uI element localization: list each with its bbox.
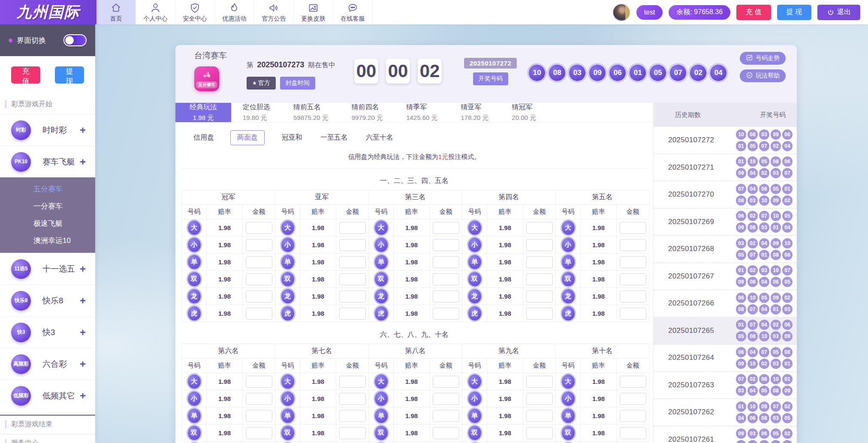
bet-option-badge[interactable]: 小 — [562, 392, 575, 406]
amount-input[interactable] — [246, 222, 272, 234]
sidebar-item-game[interactable]: PK10赛车飞艇+ — [0, 146, 95, 177]
bet-option-badge[interactable]: 虎 — [188, 306, 201, 320]
bet-option-badge[interactable]: 双 — [468, 426, 481, 440]
amount-input[interactable] — [339, 393, 366, 405]
bet-option-badge[interactable]: 单 — [281, 255, 294, 269]
bet-option-badge[interactable]: 大 — [375, 374, 388, 389]
amount-input[interactable] — [339, 256, 366, 268]
bet-option-badge[interactable]: 双 — [562, 272, 575, 286]
bet-option-badge[interactable]: 单 — [375, 255, 388, 269]
play-option[interactable]: 一至五名 — [319, 131, 349, 145]
amount-input[interactable] — [620, 427, 646, 439]
bet-option-badge[interactable]: 大 — [468, 374, 481, 389]
bet-option-badge[interactable]: 双 — [188, 426, 201, 440]
bet-option-badge[interactable]: 大 — [188, 374, 201, 389]
amount-input[interactable] — [526, 308, 553, 320]
amount-input[interactable] — [433, 393, 459, 405]
amount-input[interactable] — [246, 427, 272, 439]
play-tab[interactable]: 猜前四名9979.20 元 — [340, 103, 395, 122]
amount-input[interactable] — [339, 427, 366, 439]
play-tab[interactable]: 定位胆选19.80 元 — [231, 103, 282, 122]
sidebar-item-game[interactable]: 11选5十一选五+ — [0, 253, 95, 284]
bet-option-badge[interactable]: 虎 — [375, 306, 388, 320]
bet-option-badge[interactable]: 大 — [281, 374, 294, 389]
amount-input[interactable] — [526, 239, 553, 251]
amount-input[interactable] — [526, 222, 553, 234]
amount-input[interactable] — [433, 273, 459, 285]
bet-option-badge[interactable]: 虎 — [468, 306, 481, 320]
bet-option-badge[interactable]: 大 — [188, 221, 201, 235]
amount-input[interactable] — [433, 308, 459, 320]
amount-input[interactable] — [526, 376, 553, 388]
amount-input[interactable] — [246, 239, 272, 251]
withdraw-button[interactable]: 提 现 — [777, 5, 811, 20]
nav-item-speaker[interactable]: 官方公告 — [254, 0, 294, 24]
amount-input[interactable] — [526, 273, 553, 285]
bet-option-badge[interactable]: 大 — [562, 221, 575, 235]
amount-input[interactable] — [433, 239, 459, 251]
play-help-button[interactable]: 玩法帮助 — [740, 69, 786, 82]
nav-item-skin[interactable]: 更换皮肤 — [294, 0, 333, 24]
bet-option-badge[interactable]: 单 — [188, 409, 201, 423]
username-badge[interactable]: test — [636, 5, 663, 20]
play-option[interactable]: 两面盘 — [230, 130, 265, 145]
bet-option-badge[interactable]: 虎 — [281, 306, 294, 320]
amount-input[interactable] — [433, 427, 459, 439]
bet-option-badge[interactable]: 大 — [375, 221, 388, 235]
avatar[interactable] — [612, 3, 630, 21]
nav-item-flame[interactable]: 优惠活动 — [215, 0, 254, 24]
play-tab[interactable]: 猜亚军178.20 元 — [449, 103, 500, 122]
bet-option-badge[interactable]: 双 — [188, 272, 201, 286]
bet-option-badge[interactable]: 单 — [562, 255, 575, 269]
sidebar-withdraw-button[interactable]: 提 现 — [55, 66, 84, 84]
logout-button[interactable]: 退出 — [817, 5, 860, 20]
bet-option-badge[interactable]: 小 — [468, 238, 481, 252]
amount-input[interactable] — [620, 239, 646, 251]
bet-option-badge[interactable]: 单 — [375, 409, 388, 423]
play-tab[interactable]: 猜前五名59875.20 元 — [282, 103, 340, 122]
bet-option-badge[interactable]: 小 — [188, 238, 201, 252]
bet-option-badge[interactable]: 小 — [281, 238, 294, 252]
official-button[interactable]: ★官方 — [247, 77, 276, 90]
sidebar-item-game[interactable]: 时彩时时彩+ — [0, 114, 95, 146]
amount-input[interactable] — [433, 256, 459, 268]
amount-input[interactable] — [433, 290, 459, 302]
amount-input[interactable] — [526, 393, 553, 405]
bet-option-badge[interactable]: 双 — [468, 272, 481, 286]
amount-input[interactable] — [339, 410, 366, 422]
amount-input[interactable] — [526, 290, 553, 302]
submenu-item[interactable]: 澳洲幸运10 — [0, 232, 95, 249]
amount-input[interactable] — [246, 376, 272, 388]
amount-input[interactable] — [526, 427, 553, 439]
amount-input[interactable] — [246, 308, 272, 320]
amount-input[interactable] — [433, 376, 459, 388]
bet-option-badge[interactable]: 大 — [468, 221, 481, 235]
amount-input[interactable] — [620, 256, 646, 268]
bet-option-badge[interactable]: 大 — [281, 221, 294, 235]
bet-option-badge[interactable]: 龙 — [375, 289, 388, 303]
bet-option-badge[interactable]: 单 — [188, 255, 201, 269]
amount-input[interactable] — [246, 410, 272, 422]
amount-input[interactable] — [339, 308, 366, 320]
submenu-item[interactable]: 极速飞艇 — [0, 215, 95, 232]
bet-option-badge[interactable]: 小 — [281, 392, 294, 406]
bet-option-badge[interactable]: 双 — [375, 426, 388, 440]
amount-input[interactable] — [620, 222, 646, 234]
amount-input[interactable] — [620, 290, 646, 302]
sidebar-item-game[interactable]: 快乐8快乐8+ — [0, 284, 95, 316]
amount-input[interactable] — [620, 376, 646, 388]
bet-option-badge[interactable]: 大 — [562, 374, 575, 389]
bet-option-badge[interactable]: 小 — [468, 392, 481, 406]
sidebar-item-game[interactable]: 高频彩六合彩+ — [0, 348, 95, 380]
number-trend-button[interactable]: 号码走势 — [740, 52, 786, 65]
bet-option-badge[interactable]: 龙 — [188, 289, 201, 303]
game-icon[interactable]: 五分赛车 — [194, 66, 219, 91]
amount-input[interactable] — [339, 376, 366, 388]
nav-item-shield[interactable]: 安全中心 — [175, 0, 215, 24]
nav-item-chat[interactable]: 在线客服 — [333, 0, 373, 24]
play-option[interactable]: 六至十名 — [365, 131, 394, 145]
bet-option-badge[interactable]: 虎 — [562, 306, 575, 320]
amount-input[interactable] — [246, 290, 272, 302]
bet-option-badge[interactable]: 龙 — [562, 289, 575, 303]
play-tab[interactable]: 猜冠军20.00 元 — [500, 103, 548, 122]
